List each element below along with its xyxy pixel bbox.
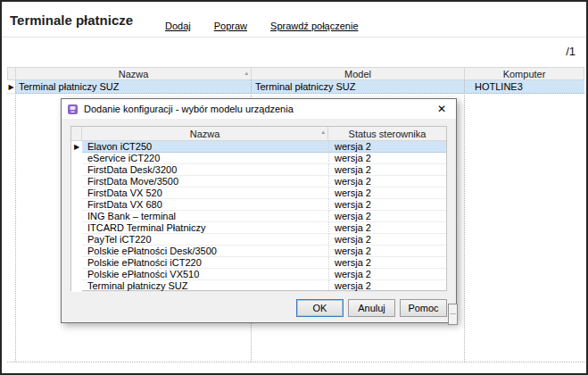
driver-status: wersja 2 [328, 188, 446, 199]
cancel-button[interactable]: Anuluj [348, 299, 395, 317]
model-row[interactable]: FirstData VX 680 wersja 2 [71, 199, 446, 211]
dialog-buttons: OK Anuluj Pomoc [296, 299, 447, 317]
model-row[interactable]: ING Bank – terminal wersja 2 [71, 211, 446, 222]
model-row[interactable]: FirstData Desk/3200 wersja 2 [71, 164, 446, 176]
row-marker-cell [71, 153, 82, 164]
model-name: FirstData Move/3500 [82, 176, 328, 188]
add-configuration-dialog: Dodanie konfiguracji - wybór modelu urzą… [61, 98, 457, 323]
column-label-nazwa: Nazwa [119, 69, 149, 79]
model-row[interactable]: Terminal płatniczy SUZ wersja 2 [71, 280, 446, 292]
row-marker-cell [71, 164, 82, 176]
main-table-header: Nazwa ▴ Model Komputer [7, 67, 584, 80]
dialog-title: Dodanie konfiguracji - wybór modelu urzą… [84, 104, 294, 114]
marker-column-header [8, 68, 16, 79]
row-marker-cell [71, 199, 82, 211]
model-row[interactable]: FirstData Move/3500 wersja 2 [71, 176, 446, 188]
column-header-status[interactable]: Status sterownika [328, 127, 446, 140]
model-name: Polskie ePłatności VX510 [82, 269, 328, 280]
dialog-titlebar[interactable]: Dodanie konfiguracji - wybór modelu urzą… [62, 99, 456, 119]
dialog-table-header: Nazwa ▴ Status sterownika [71, 127, 446, 141]
driver-status: wersja 2 [328, 234, 446, 246]
scrollbar-fragment[interactable] [448, 304, 458, 325]
row-marker-cell [71, 211, 82, 222]
model-name: Polskie ePłatności iCT220 [82, 257, 328, 269]
model-name: Elavon iCT250 [82, 141, 328, 153]
driver-status: wersja 2 [328, 280, 446, 292]
dialog-icon [67, 104, 79, 115]
driver-status: wersja 2 [328, 211, 446, 222]
model-name: eService iCT220 [82, 153, 328, 164]
grid-column-line [464, 80, 465, 362]
row-marker-cell [71, 188, 82, 199]
model-row[interactable]: FirstData VX 520 wersja 2 [71, 188, 446, 199]
app-window: Terminale płatnicze Dodaj Popraw Sprawdź… [0, 0, 588, 375]
driver-status: wersja 2 [328, 269, 446, 280]
row-marker-cell [71, 234, 82, 246]
ok-button[interactable]: OK [296, 299, 344, 317]
driver-status: wersja 2 [328, 246, 446, 257]
grid-column-line [15, 80, 16, 362]
help-button[interactable]: Pomoc [400, 299, 447, 317]
model-name: Polskie ePłatności Desk/3500 [82, 246, 328, 257]
cell-nazwa: Terminal płatniczy SUZ [15, 80, 251, 94]
sprawdz-polaczenie-link[interactable]: Sprawdź połączenie [270, 21, 358, 31]
column-label-komputer: Komputer [503, 69, 546, 79]
toolbar-links: Dodaj Popraw Sprawdź połączenie [165, 21, 359, 31]
sort-indicator-icon: ▴ [244, 70, 248, 77]
driver-status: wersja 2 [328, 257, 446, 269]
row-marker-cell [71, 176, 82, 188]
column-header-komputer[interactable]: Komputer [465, 68, 584, 79]
row-marker-cell [71, 257, 82, 269]
model-row[interactable]: ▶ Elavon iCT250 wersja 2 [71, 141, 446, 153]
driver-status: wersja 2 [328, 199, 446, 211]
dodaj-link[interactable]: Dodaj [165, 21, 191, 31]
page-indicator: /1 [566, 45, 576, 58]
page-title: Terminale płatnicze [10, 12, 133, 28]
driver-status: wersja 2 [328, 141, 446, 153]
device-model-table: Nazwa ▴ Status sterownika ▶ Elavon iCT25… [70, 126, 447, 291]
column-label-nazwa: Nazwa [190, 129, 220, 139]
row-marker-cell [71, 246, 82, 257]
column-header-nazwa[interactable]: Nazwa ▴ [82, 127, 328, 140]
header-separator [2, 37, 586, 38]
row-marker-cell [71, 269, 82, 280]
row-marker-cell [71, 280, 82, 292]
model-name: ITCARD Terminal Płatniczy [82, 222, 328, 234]
driver-status: wersja 2 [328, 222, 446, 234]
column-header-nazwa[interactable]: Nazwa ▴ [16, 68, 252, 79]
model-row[interactable]: Polskie ePłatności Desk/3500 wersja 2 [71, 246, 446, 257]
cell-model: Terminal płatniczy SUZ [251, 80, 464, 94]
model-row[interactable]: PayTel iCT220 wersja 2 [71, 234, 446, 246]
driver-status: wersja 2 [328, 164, 446, 176]
row-selection-marker: ▶ [71, 141, 82, 153]
driver-status: wersja 2 [328, 176, 446, 188]
model-row[interactable]: Polskie ePłatności iCT220 wersja 2 [71, 257, 446, 269]
column-label-model: Model [344, 69, 371, 79]
table-row[interactable]: ▶ Terminal płatniczy SUZ Terminal płatni… [7, 80, 584, 94]
model-name: Terminal płatniczy SUZ [82, 280, 328, 292]
popraw-link[interactable]: Popraw [214, 21, 247, 31]
driver-status: wersja 2 [328, 153, 446, 164]
sort-indicator-icon: ▴ [321, 129, 325, 136]
marker-column-header [71, 127, 82, 140]
model-row[interactable]: ITCARD Terminal Płatniczy wersja 2 [71, 222, 446, 234]
model-row[interactable]: Polskie ePłatności VX510 wersja 2 [71, 269, 446, 280]
column-header-model[interactable]: Model [252, 68, 465, 79]
model-name: FirstData VX 520 [82, 188, 328, 199]
row-selection-marker: ▶ [7, 80, 15, 94]
model-name: PayTel iCT220 [82, 234, 328, 246]
cell-komputer: HOTLINE3 [464, 80, 584, 94]
model-name: FirstData VX 680 [82, 199, 328, 211]
row-marker-cell [71, 222, 82, 234]
model-name: FirstData Desk/3200 [82, 164, 328, 176]
model-row[interactable]: eService iCT220 wersja 2 [71, 153, 446, 164]
model-name: ING Bank – terminal [82, 211, 328, 222]
column-label-status: Status sterownika [349, 129, 427, 139]
close-icon[interactable]: ✕ [427, 99, 456, 119]
